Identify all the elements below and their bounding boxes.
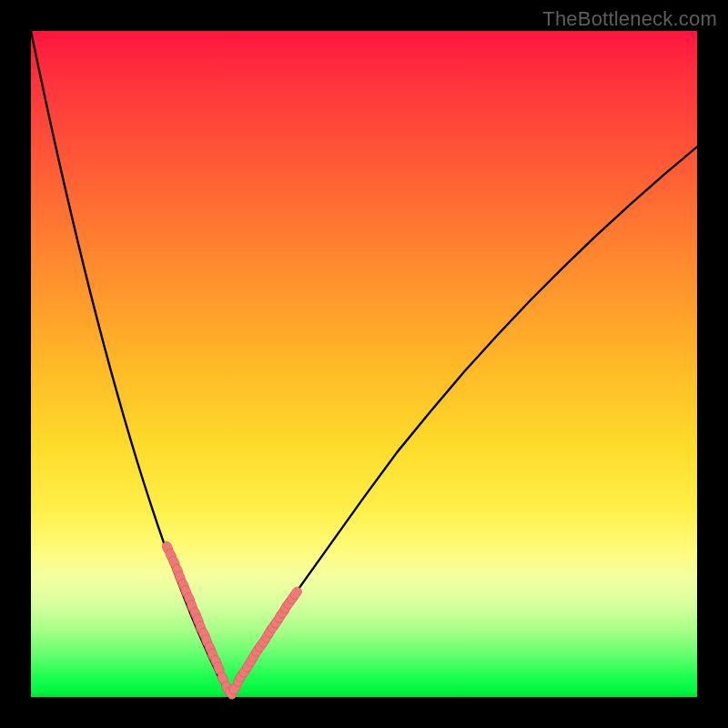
marker-group (161, 541, 304, 702)
chart-container: TheBottleneck.com (0, 0, 728, 728)
bottleneck-curve (31, 31, 697, 697)
watermark-text: TheBottleneck.com (542, 7, 717, 31)
curve-path (31, 31, 697, 693)
plot-area (31, 31, 697, 697)
